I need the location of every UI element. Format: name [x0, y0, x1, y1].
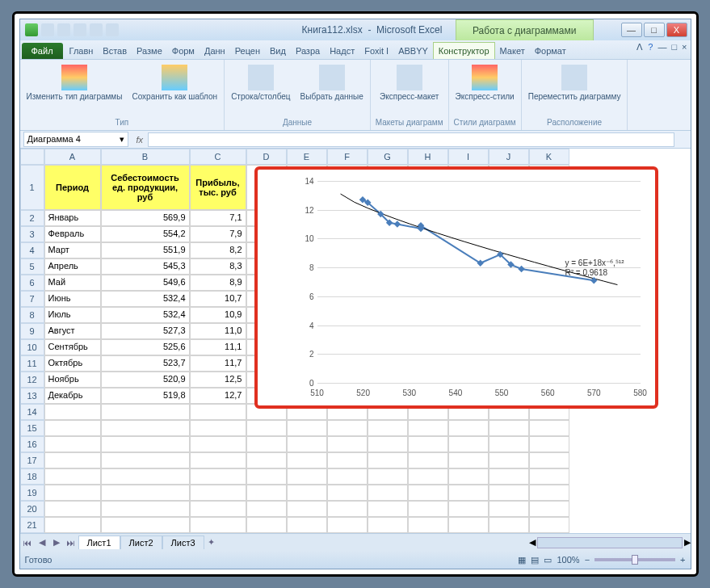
- new-sheet-icon[interactable]: ✦: [204, 537, 219, 548]
- view-layout-icon[interactable]: ▤: [531, 555, 539, 565]
- cell[interactable]: [101, 420, 190, 436]
- chart-object[interactable]: 02468101214510520530540550560570580 y = …: [254, 166, 658, 409]
- cell[interactable]: 520,9: [101, 372, 190, 388]
- cell[interactable]: 527,3: [101, 323, 190, 339]
- ribbon-tab[interactable]: Форм: [167, 43, 200, 59]
- tab-nav-first[interactable]: ⏮: [20, 538, 35, 548]
- cell[interactable]: 7,9: [190, 226, 246, 242]
- cell[interactable]: 549,6: [101, 275, 190, 291]
- row-header[interactable]: 10: [20, 339, 44, 355]
- cell[interactable]: Май: [44, 275, 101, 291]
- ribbon-tab[interactable]: Разра: [291, 43, 325, 59]
- cell[interactable]: 523,7: [101, 355, 190, 372]
- col-header[interactable]: I: [448, 149, 489, 165]
- cell[interactable]: 519,8: [101, 388, 190, 404]
- cell[interactable]: [448, 501, 489, 517]
- cell[interactable]: [489, 501, 529, 517]
- row-header[interactable]: 5: [20, 258, 44, 275]
- cell[interactable]: 551,9: [101, 242, 190, 258]
- cell[interactable]: [246, 485, 287, 501]
- cell[interactable]: [327, 485, 368, 501]
- ribbon-tab[interactable]: Данн: [200, 43, 230, 59]
- cell[interactable]: 11,7: [190, 355, 246, 372]
- col-header[interactable]: B: [101, 149, 190, 165]
- row-header[interactable]: 7: [20, 291, 44, 307]
- cell[interactable]: Июнь: [44, 291, 101, 307]
- cell[interactable]: 7,1: [190, 210, 246, 226]
- zoom-out-button[interactable]: −: [585, 555, 590, 565]
- file-tab[interactable]: Файл: [22, 43, 63, 59]
- cell[interactable]: [44, 404, 101, 420]
- cell[interactable]: [489, 420, 529, 436]
- cell[interactable]: [368, 452, 408, 468]
- cell[interactable]: 554,2: [101, 226, 190, 242]
- table-header[interactable]: Период: [44, 165, 101, 210]
- cell[interactable]: Июль: [44, 307, 101, 323]
- cell[interactable]: [327, 517, 368, 533]
- view-normal-icon[interactable]: ▦: [518, 555, 526, 565]
- doc-min-icon[interactable]: —: [657, 42, 666, 52]
- switch-row-col-button[interactable]: Строка/столбец: [229, 63, 292, 103]
- cell[interactable]: Сентябрь: [44, 339, 101, 355]
- row-header[interactable]: 4: [20, 242, 44, 258]
- cell[interactable]: [44, 468, 101, 485]
- cell[interactable]: [327, 452, 368, 468]
- cell[interactable]: [489, 485, 529, 501]
- table-header[interactable]: Прибыль, тыс. руб: [190, 165, 246, 210]
- col-header[interactable]: A: [44, 149, 101, 165]
- cell[interactable]: [368, 517, 408, 533]
- ribbon-tab-constructor[interactable]: Конструктор: [433, 42, 495, 59]
- cell[interactable]: [101, 452, 190, 468]
- ribbon-tab[interactable]: Foxit I: [359, 43, 393, 59]
- qat-icon[interactable]: [90, 23, 103, 36]
- zoom-slider[interactable]: [594, 558, 675, 561]
- row-header[interactable]: 18: [20, 468, 44, 485]
- cell[interactable]: [44, 420, 101, 436]
- cell[interactable]: [287, 420, 327, 436]
- view-break-icon[interactable]: ▭: [544, 555, 552, 565]
- row-header[interactable]: 6: [20, 275, 44, 291]
- close-button[interactable]: X: [666, 23, 687, 37]
- cell[interactable]: [287, 436, 327, 452]
- cell[interactable]: [44, 452, 101, 468]
- cell[interactable]: Февраль: [44, 226, 101, 242]
- qat-icon[interactable]: [106, 23, 119, 36]
- cell[interactable]: 8,9: [190, 275, 246, 291]
- row-header[interactable]: 12: [20, 372, 44, 388]
- cell[interactable]: [368, 436, 408, 452]
- cell[interactable]: [408, 420, 448, 436]
- tab-nav-next[interactable]: ▶: [49, 537, 64, 548]
- chart-series[interactable]: [317, 181, 641, 383]
- col-header[interactable]: K: [529, 149, 569, 165]
- cell[interactable]: 569,9: [101, 210, 190, 226]
- cell[interactable]: [529, 501, 569, 517]
- ribbon-tab[interactable]: Рецен: [230, 43, 265, 59]
- zoom-in-button[interactable]: +: [680, 555, 685, 565]
- save-template-button[interactable]: Сохранить как шаблон: [130, 63, 219, 103]
- cell[interactable]: [529, 485, 569, 501]
- ribbon-tab[interactable]: ABBYY: [393, 43, 433, 59]
- cell[interactable]: [101, 485, 190, 501]
- redo-icon[interactable]: [74, 23, 86, 36]
- cell[interactable]: [408, 436, 448, 452]
- cell[interactable]: [287, 452, 327, 468]
- tab-nav-last[interactable]: ⏭: [64, 538, 78, 548]
- cell[interactable]: 8,3: [190, 258, 246, 275]
- doc-restore-icon[interactable]: □: [671, 42, 677, 52]
- dropdown-icon[interactable]: ▾: [120, 134, 124, 145]
- cell[interactable]: [246, 436, 287, 452]
- cell[interactable]: 532,4: [101, 307, 190, 323]
- cell[interactable]: Январь: [44, 210, 101, 226]
- cell[interactable]: [448, 420, 489, 436]
- row-header[interactable]: 15: [20, 420, 44, 436]
- move-chart-button[interactable]: Переместить диаграмму: [527, 63, 623, 103]
- col-header[interactable]: C: [190, 149, 246, 165]
- cell[interactable]: [246, 517, 287, 533]
- hscroll-left-icon[interactable]: ◀: [529, 537, 536, 548]
- cell[interactable]: Август: [44, 323, 101, 339]
- row-header[interactable]: 11: [20, 355, 44, 372]
- cell[interactable]: [448, 452, 489, 468]
- cell[interactable]: 11,1: [190, 339, 246, 355]
- cell[interactable]: 12,7: [190, 388, 246, 404]
- cell[interactable]: [287, 468, 327, 485]
